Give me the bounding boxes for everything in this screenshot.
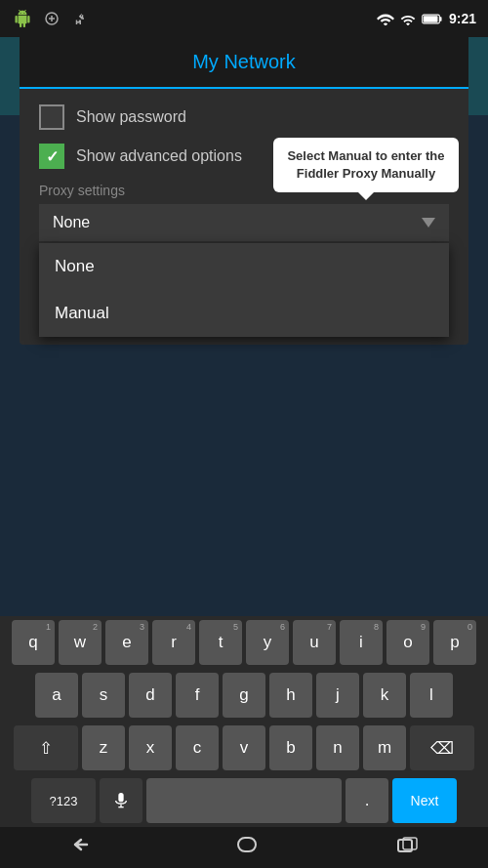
key-l[interactable]: l [410, 673, 453, 718]
dropdown-option-none[interactable]: None [39, 243, 449, 290]
key-b[interactable]: b [269, 725, 312, 770]
key-r[interactable]: 4r [152, 620, 195, 665]
svg-rect-4 [118, 793, 123, 802]
show-password-label: Show password [76, 108, 186, 126]
keyboard-number-row: 1q 2w 3e 4r 5t 6y 7u 8i 9o 0p [0, 616, 488, 669]
show-advanced-label: Show advanced options [76, 147, 242, 165]
usb-icon [70, 8, 92, 29]
dialog-body: Show password Show advanced options Prox… [20, 89, 468, 345]
svg-rect-3 [424, 16, 438, 22]
time-display: 9:21 [449, 11, 476, 26]
battery-icon [422, 13, 443, 25]
proxy-dropdown-selected: None [53, 214, 90, 231]
show-password-checkbox[interactable] [39, 104, 64, 130]
keyboard-row-asdf: a s d f g h j k l [0, 669, 488, 722]
key-n[interactable]: n [316, 725, 359, 770]
numbers-key[interactable]: ?123 [31, 778, 96, 823]
svg-rect-2 [439, 17, 441, 21]
key-f[interactable]: f [176, 673, 219, 718]
recent-nav-icon[interactable] [397, 835, 419, 860]
key-x[interactable]: x [129, 725, 172, 770]
key-m[interactable]: m [363, 725, 406, 770]
key-c[interactable]: c [176, 725, 219, 770]
shift-key[interactable]: ⇧ [14, 725, 78, 770]
key-g[interactable]: g [223, 673, 265, 718]
key-e[interactable]: 3e [105, 620, 148, 665]
key-s[interactable]: s [82, 673, 125, 718]
key-y[interactable]: 6y [246, 620, 289, 665]
wifi-icon [377, 12, 394, 25]
backspace-key[interactable]: ⌫ [410, 725, 474, 770]
key-v[interactable]: v [223, 725, 265, 770]
key-h[interactable]: h [269, 673, 312, 718]
dropdown-arrow-icon [422, 218, 435, 227]
keyboard-row-zxcv: ⇧ z x c v b n m ⌫ [0, 722, 488, 774]
back-nav-icon[interactable] [69, 835, 97, 860]
show-password-row[interactable]: Show password [39, 104, 449, 130]
android2-icon [41, 8, 62, 29]
key-k[interactable]: k [363, 673, 406, 718]
svg-rect-7 [238, 838, 256, 851]
status-icons-left [12, 8, 92, 29]
key-q[interactable]: 1q [12, 620, 55, 665]
tooltip-bubble: Select Manual to enter the Fiddler Proxy… [273, 138, 459, 192]
key-i[interactable]: 8i [340, 620, 383, 665]
nav-bar [0, 827, 488, 868]
key-t[interactable]: 5t [199, 620, 242, 665]
key-j[interactable]: j [316, 673, 359, 718]
keyboard: 1q 2w 3e 4r 5t 6y 7u 8i 9o 0p a s d f g … [0, 616, 488, 827]
dropdown-option-manual[interactable]: Manual [39, 290, 449, 337]
key-a[interactable]: a [35, 673, 78, 718]
status-bar: 9:21 [0, 0, 488, 37]
key-z[interactable]: z [82, 725, 125, 770]
dialog-title: My Network [39, 51, 449, 73]
proxy-dropdown-container: Select Manual to enter the Fiddler Proxy… [39, 204, 449, 241]
space-key[interactable] [146, 778, 342, 823]
android-icon [12, 8, 33, 29]
mic-key[interactable] [100, 778, 142, 823]
proxy-dropdown[interactable]: None [39, 204, 449, 241]
key-p[interactable]: 0p [433, 620, 476, 665]
status-icons-right: 9:21 [377, 11, 476, 26]
dialog-title-bar: My Network [20, 37, 468, 89]
period-key[interactable]: . [346, 778, 388, 823]
key-d[interactable]: d [129, 673, 172, 718]
network-dialog: My Network Show password Show advanced o… [20, 37, 468, 345]
signal-icon [400, 12, 416, 25]
show-advanced-checkbox[interactable] [39, 144, 64, 169]
key-w[interactable]: 2w [59, 620, 102, 665]
next-key[interactable]: Next [392, 778, 457, 823]
proxy-dropdown-menu: None Manual [39, 243, 449, 337]
keyboard-bottom-row: ?123 . Next [0, 774, 488, 827]
key-o[interactable]: 9o [386, 620, 429, 665]
home-nav-icon[interactable] [235, 834, 259, 861]
key-u[interactable]: 7u [293, 620, 336, 665]
